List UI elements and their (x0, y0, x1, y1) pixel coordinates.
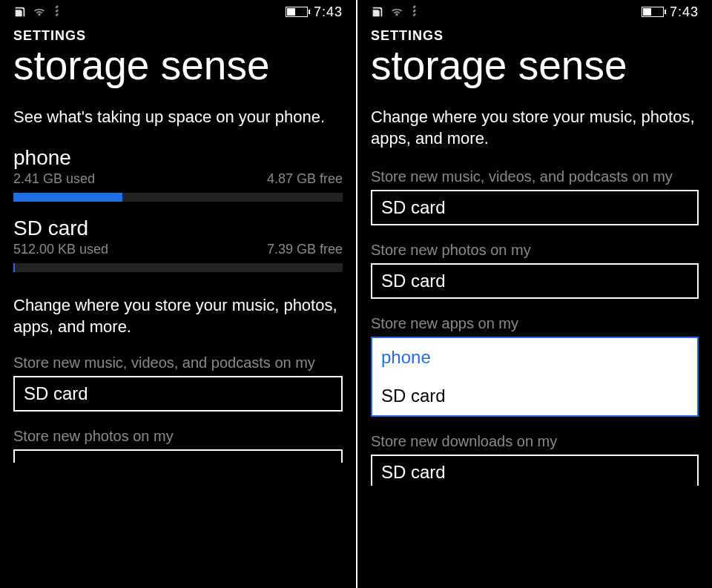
photos-label: Store new photos on my (13, 428, 343, 445)
sd-progress (13, 263, 343, 272)
settings-header: SETTINGS (13, 28, 343, 44)
phone-progress-fill (13, 193, 122, 202)
change-text: Change where you store your music, photo… (13, 294, 343, 338)
status-bar: 7:43 (13, 0, 343, 21)
phone-free: 4.87 GB free (267, 171, 343, 187)
music-select-value: SD card (24, 383, 88, 403)
photos-select[interactable]: SD card (371, 263, 699, 299)
phone-storage-row[interactable]: phone 2.41 GB used 4.87 GB free (13, 146, 343, 202)
phone-used: 2.41 GB used (13, 171, 95, 187)
battery-icon (642, 7, 664, 17)
photos-select[interactable] (13, 449, 343, 463)
music-select-value: SD card (381, 197, 446, 217)
page-title: storage sense (371, 45, 699, 86)
phone-storage-name: phone (13, 146, 343, 170)
nfc-icon (371, 5, 384, 19)
downloads-select-value: SD card (381, 462, 446, 482)
apps-option-sdcard[interactable]: SD card (372, 377, 697, 415)
vibrate-icon (52, 5, 65, 19)
screen-left: 7:43 SETTINGS storage sense See what's t… (0, 0, 356, 588)
clock: 7:43 (670, 4, 699, 20)
change-text: Change where you store your music, photo… (371, 107, 699, 149)
vibrate-icon (409, 5, 423, 19)
battery-icon (286, 7, 308, 17)
apps-option-phone[interactable]: phone (372, 338, 697, 377)
settings-header: SETTINGS (371, 28, 699, 44)
sd-used: 512.00 KB used (13, 242, 108, 257)
sd-free: 7.39 GB free (267, 242, 343, 257)
apps-label: Store new apps on my (371, 315, 699, 332)
apps-select-open[interactable]: phone SD card (371, 337, 699, 417)
music-select[interactable]: SD card (371, 190, 699, 225)
sd-progress-fill (13, 263, 15, 272)
sd-storage-row[interactable]: SD card 512.00 KB used 7.39 GB free (13, 217, 343, 272)
music-label: Store new music, videos, and podcasts on… (13, 354, 343, 371)
music-label: Store new music, videos, and podcasts on… (371, 168, 699, 185)
page-title: storage sense (13, 45, 343, 86)
phone-progress (13, 193, 343, 202)
nfc-icon (13, 5, 27, 19)
status-bar: 7:43 (371, 0, 699, 21)
wifi-icon (390, 5, 403, 19)
downloads-label: Store new downloads on my (371, 433, 699, 450)
music-select[interactable]: SD card (13, 376, 343, 412)
intro-text: See what's taking up space on your phone… (13, 107, 343, 128)
clock: 7:43 (314, 4, 343, 20)
photos-select-value: SD card (381, 271, 446, 291)
sd-storage-name: SD card (13, 217, 343, 240)
wifi-icon (33, 5, 46, 19)
screen-right: 7:43 SETTINGS storage sense Change where… (356, 0, 712, 588)
downloads-select[interactable]: SD card (371, 455, 699, 486)
photos-label: Store new photos on my (371, 242, 699, 259)
